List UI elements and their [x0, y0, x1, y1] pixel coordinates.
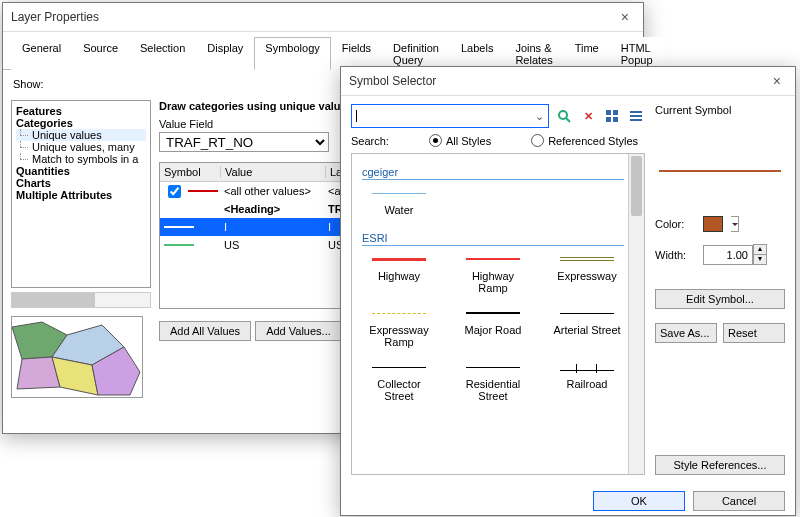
symbol-highway[interactable]: Highway: [362, 254, 436, 294]
current-symbol-preview: [659, 146, 781, 172]
all-styles-radio[interactable]: All Styles: [429, 134, 491, 147]
value-field-combo[interactable]: TRAF_RT_NO: [159, 132, 329, 152]
svg-line-1: [566, 118, 570, 122]
dropdown-icon[interactable]: ⌄: [535, 110, 544, 123]
current-symbol-label: Current Symbol: [655, 104, 785, 116]
col-symbol: Symbol: [160, 166, 221, 178]
symbol-list-scrollbar[interactable]: [628, 154, 644, 474]
symbol-residential-street[interactable]: Residential Street: [456, 362, 530, 402]
layer-properties-title: Layer Properties: [11, 3, 99, 31]
line-symbol-icon: [188, 190, 218, 192]
symbol-selector-titlebar: Symbol Selector ×: [341, 67, 795, 96]
tab-general[interactable]: General: [11, 37, 72, 70]
svg-rect-4: [606, 117, 611, 122]
add-values-button[interactable]: Add Values...: [255, 321, 342, 341]
symbol-list: cgeiger Water ESRI Highway Highway Ramp …: [351, 153, 645, 475]
svg-point-0: [559, 111, 567, 119]
symbol-arterial-street[interactable]: Arterial Street: [550, 308, 624, 348]
symbol-expressway[interactable]: Expressway: [550, 254, 624, 294]
search-label: Search:: [351, 135, 389, 147]
tree-charts[interactable]: Charts: [16, 177, 146, 189]
col-value: Value: [221, 166, 326, 178]
tab-selection[interactable]: Selection: [129, 37, 196, 70]
svg-rect-6: [630, 111, 642, 113]
symbology-preview: [11, 316, 143, 398]
left-column: Features Categories Unique values Unique…: [11, 100, 151, 398]
color-picker[interactable]: [703, 216, 723, 232]
cancel-button[interactable]: Cancel: [693, 491, 785, 511]
section-esri: ESRI: [362, 232, 624, 246]
tree-unique-values[interactable]: Unique values: [16, 129, 146, 141]
ok-button[interactable]: OK: [593, 491, 685, 511]
grid-row-us[interactable]: US US: [160, 236, 370, 254]
tab-symbology[interactable]: Symbology: [254, 37, 330, 70]
close-icon[interactable]: ×: [767, 67, 787, 95]
close-icon[interactable]: ×: [615, 3, 635, 31]
tree-features[interactable]: Features: [16, 105, 146, 117]
grid-row-all-other[interactable]: <all other values> <all other: [160, 182, 370, 200]
add-all-values-button[interactable]: Add All Values: [159, 321, 251, 341]
layer-properties-tabs: General Source Selection Display Symbolo…: [3, 32, 643, 70]
svg-rect-5: [613, 117, 618, 122]
svg-rect-7: [630, 115, 642, 117]
reset-button[interactable]: Reset: [723, 323, 785, 343]
symbol-expressway-ramp[interactable]: Expressway Ramp: [362, 308, 436, 348]
view-large-icon[interactable]: [603, 107, 621, 125]
line-symbol-icon: [164, 226, 194, 228]
color-dropdown-icon[interactable]: [731, 216, 739, 232]
symbol-water[interactable]: Water: [362, 188, 436, 226]
color-label: Color:: [655, 218, 695, 230]
style-references-button[interactable]: Style References...: [655, 455, 785, 475]
tree-hscrollbar[interactable]: [11, 292, 151, 308]
symbol-railroad[interactable]: Railroad: [550, 362, 624, 402]
tree-multiple-attributes[interactable]: Multiple Attributes: [16, 189, 146, 201]
symbol-selector-title: Symbol Selector: [349, 67, 436, 95]
line-symbol-icon: [164, 244, 194, 246]
width-input[interactable]: 1.00: [703, 245, 753, 265]
view-list-icon[interactable]: [627, 107, 645, 125]
search-icon[interactable]: [555, 107, 573, 125]
grid-row-heading[interactable]: <Heading> TRAF_R: [160, 200, 370, 218]
symbol-major-road[interactable]: Major Road: [456, 308, 530, 348]
svg-rect-3: [613, 110, 618, 115]
save-as-button[interactable]: Save As...: [655, 323, 717, 343]
width-spin-down[interactable]: ▼: [753, 254, 767, 265]
svg-rect-2: [606, 110, 611, 115]
grid-row-i[interactable]: I I: [160, 218, 370, 236]
grid-header: Symbol Value Label: [160, 163, 370, 182]
tree-categories[interactable]: Categories: [16, 117, 146, 129]
show-tree[interactable]: Features Categories Unique values Unique…: [11, 100, 151, 288]
layer-properties-titlebar: Layer Properties ×: [3, 3, 643, 32]
symbol-selector-dialog: Symbol Selector × ⌄ ✕ Search: All Styles…: [340, 66, 796, 516]
edit-symbol-button[interactable]: Edit Symbol...: [655, 289, 785, 309]
svg-rect-8: [630, 119, 642, 121]
search-input[interactable]: ⌄: [351, 104, 549, 128]
width-spin-up[interactable]: ▲: [753, 244, 767, 254]
symbol-highway-ramp[interactable]: Highway Ramp: [456, 254, 530, 294]
tree-match-symbols[interactable]: Match to symbols in a: [16, 153, 146, 165]
referenced-styles-radio[interactable]: Referenced Styles: [531, 134, 638, 147]
clear-search-icon[interactable]: ✕: [579, 107, 597, 125]
width-label: Width:: [655, 249, 695, 261]
tab-source[interactable]: Source: [72, 37, 129, 70]
tree-quantities[interactable]: Quantities: [16, 165, 146, 177]
all-other-checkbox[interactable]: [168, 185, 181, 198]
tab-display[interactable]: Display: [196, 37, 254, 70]
section-cgeiger: cgeiger: [362, 166, 624, 180]
tree-unique-values-many[interactable]: Unique values, many: [16, 141, 146, 153]
symbol-collector-street[interactable]: Collector Street: [362, 362, 436, 402]
